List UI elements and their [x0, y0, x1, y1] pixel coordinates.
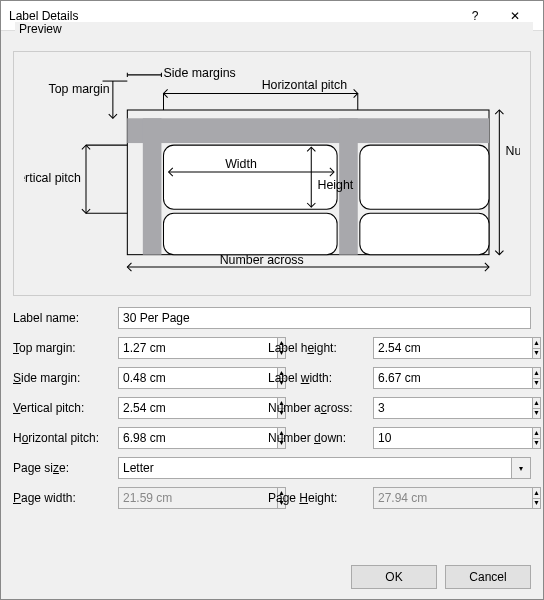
horizontal-pitch-label: Horizontal pitch:	[13, 431, 118, 445]
svg-text:Height: Height	[317, 178, 353, 192]
svg-text:Vertical pitch: Vertical pitch	[24, 171, 81, 185]
svg-text:Horizontal pitch: Horizontal pitch	[262, 78, 348, 92]
side-margin-label: Side margin:	[13, 371, 118, 385]
page-size-value[interactable]	[118, 457, 511, 479]
svg-rect-7	[360, 213, 489, 254]
label-width-input[interactable]	[373, 367, 532, 389]
label-height-input[interactable]	[373, 337, 532, 359]
vertical-pitch-input[interactable]	[118, 397, 277, 419]
page-width-input	[118, 487, 277, 509]
preview-group: Top margin Side margins Horizontal pitch…	[13, 51, 531, 296]
spin-down-icon[interactable]: ▼	[533, 409, 540, 419]
page-size-label: Page size:	[13, 461, 118, 475]
label-width-spinner[interactable]: ▲▼	[373, 367, 473, 389]
svg-text:Top margin: Top margin	[48, 82, 109, 96]
top-margin-input[interactable]	[118, 337, 277, 359]
svg-rect-5	[360, 145, 489, 209]
spin-up-icon: ▲	[533, 488, 540, 499]
page-height-spinner: ▲▼	[373, 487, 473, 509]
label-name-label: Label name:	[13, 311, 118, 325]
svg-text:Number down: Number down	[506, 144, 520, 158]
label-height-spinner[interactable]: ▲▼	[373, 337, 473, 359]
svg-text:Width: Width	[225, 157, 257, 171]
spin-down-icon[interactable]: ▼	[533, 349, 540, 359]
number-down-spinner[interactable]: ▲▼	[373, 427, 473, 449]
fields-area: Label name: Top margin: ▲▼ Label height:…	[13, 306, 531, 516]
spin-down-icon: ▼	[533, 499, 540, 509]
chevron-down-icon[interactable]: ▾	[511, 457, 531, 479]
top-margin-spinner[interactable]: ▲▼	[118, 337, 218, 359]
label-name-input[interactable]	[118, 307, 531, 329]
label-height-label: Label height:	[268, 341, 373, 355]
horizontal-pitch-input[interactable]	[118, 427, 277, 449]
spin-up-icon[interactable]: ▲	[533, 338, 540, 349]
preview-group-label: Preview	[15, 22, 533, 36]
number-across-label: Number across:	[268, 401, 373, 415]
label-preview-diagram: Top margin Side margins Horizontal pitch…	[24, 62, 520, 282]
svg-text:Number across: Number across	[220, 253, 304, 267]
label-width-label: Label width:	[268, 371, 373, 385]
svg-text:Side margins: Side margins	[164, 66, 236, 80]
spin-up-icon[interactable]: ▲	[533, 428, 540, 439]
svg-rect-2	[143, 118, 162, 254]
spin-down-icon[interactable]: ▼	[533, 439, 540, 449]
dialog-buttons: OK Cancel	[1, 555, 543, 599]
page-width-spinner: ▲▼	[118, 487, 218, 509]
spin-up-icon[interactable]: ▲	[533, 398, 540, 409]
ok-button[interactable]: OK	[351, 565, 437, 589]
page-height-label: Page Height:	[268, 491, 373, 505]
number-across-spinner[interactable]: ▲▼	[373, 397, 473, 419]
side-margin-input[interactable]	[118, 367, 277, 389]
spin-up-icon[interactable]: ▲	[533, 368, 540, 379]
dialog-content: Preview Top margin Side margins	[1, 31, 543, 555]
page-width-label: Page width:	[13, 491, 118, 505]
vertical-pitch-label: Vertical pitch:	[13, 401, 118, 415]
vertical-pitch-spinner[interactable]: ▲▼	[118, 397, 218, 419]
page-height-input	[373, 487, 532, 509]
help-icon: ?	[472, 9, 479, 23]
window-title: Label Details	[9, 9, 455, 23]
number-down-input[interactable]	[373, 427, 532, 449]
close-icon: ✕	[510, 9, 520, 23]
number-down-label: Number down:	[268, 431, 373, 445]
spin-down-icon[interactable]: ▼	[533, 379, 540, 389]
top-margin-label: Top margin:	[13, 341, 118, 355]
side-margin-spinner[interactable]: ▲▼	[118, 367, 218, 389]
cancel-button[interactable]: Cancel	[445, 565, 531, 589]
horizontal-pitch-spinner[interactable]: ▲▼	[118, 427, 218, 449]
number-across-input[interactable]	[373, 397, 532, 419]
svg-rect-1	[127, 118, 489, 143]
svg-rect-6	[164, 213, 338, 254]
page-size-select[interactable]: ▾	[118, 457, 531, 479]
